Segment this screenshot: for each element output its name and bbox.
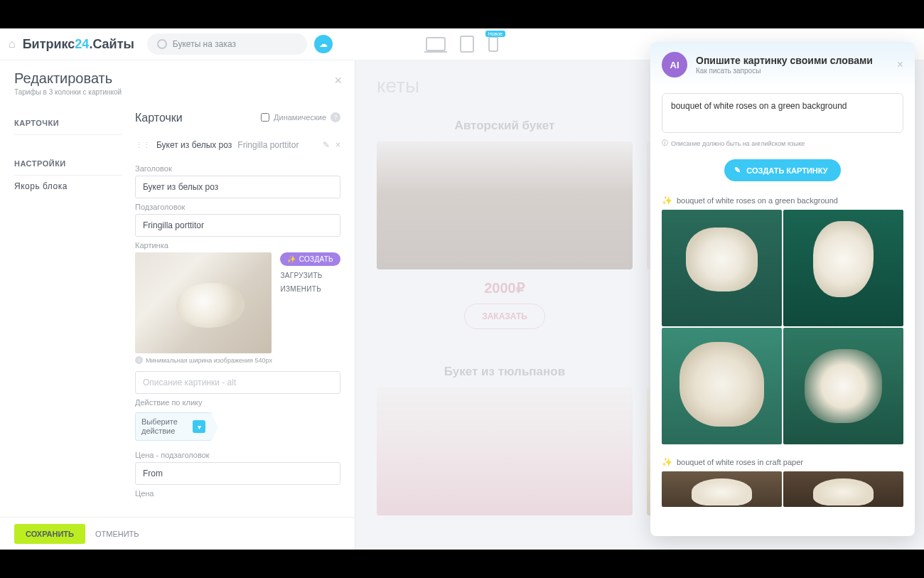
nav-settings[interactable]: НАСТРОЙКИ [14,152,122,176]
chevron-down-icon: ▾ [193,420,205,433]
card-image [377,141,633,269]
logo-prefix: Битрикс [23,37,75,51]
nav-cards[interactable]: КАРТОЧКИ [14,112,122,135]
phone-wrapper: Новое [488,36,498,52]
label-image: Картинка [135,241,340,250]
info-icon: ⓘ [662,139,668,148]
cloud-icon[interactable]: ☁ [314,35,333,53]
drag-icon[interactable]: ⋮⋮ [135,141,151,150]
search-bar[interactable]: Букеты на заказ [147,33,307,55]
form-title: Карточки [135,112,183,124]
pencil-icon: ✎ [734,166,741,175]
label-price-sub: Цена - подзаголовок [135,451,340,459]
image-hint: iМинимальная ширина изображения 540px [135,356,340,364]
ai-avatar-icon: AI [662,52,687,77]
input-alt[interactable] [135,371,340,394]
logo-suffix: .Сайты [89,37,134,51]
device-switcher: Новое [426,36,498,53]
result-label: ✨bouquet of white roses on a green backg… [662,196,903,205]
edit-footer: СОХРАНИТЬ ОТМЕНИТЬ [0,517,355,550]
change-button[interactable]: ИЗМЕНИТЬ [280,285,340,293]
edit-nav: КАРТОЧКИ НАСТРОЙКИ Якорь блока [0,102,122,517]
card-title: Букет из тюльпанов [377,365,633,379]
card-image [377,387,633,515]
label-action: Действие по клику [135,398,340,407]
card-title: Авторский букет [377,119,633,133]
edit-subtitle: Тарифы в 3 колонки с картинкой [14,88,340,96]
tablet-view-icon[interactable] [460,36,474,53]
edit-panel: Редактировать Тарифы в 3 колонки с карти… [0,60,355,550]
result-image[interactable] [783,210,903,326]
input-head[interactable] [135,176,340,198]
hint-icon: i [135,356,143,364]
edit-title: Редактировать [14,70,340,87]
info-icon[interactable]: ? [331,112,340,122]
search-text: Букеты на заказ [173,39,236,49]
card-item-row: ⋮⋮ Букет из белых роз Fringilla porttito… [135,136,340,160]
close-icon[interactable]: × [897,58,903,71]
result-label: ✨bouquet of white roses in craft paper [662,457,903,467]
action-select-text: Выберите действие [141,417,184,436]
preview-card: Букет из тюльпанов [377,365,633,515]
card-price: 2000₽ [377,279,633,296]
magic-icon: ✨ [662,457,672,467]
dynamic-toggle[interactable]: Динамические ? [261,112,340,122]
preview-card: Авторский букет 2000₽ ЗАКАЗАТЬ [377,119,633,329]
cancel-button[interactable]: ОТМЕНИТЬ [95,530,139,538]
new-badge: Новое [485,31,505,37]
create-image-button[interactable]: ✨ Создать [280,252,340,266]
ai-panel: AI Опишите картинку своими словами Как п… [650,42,915,536]
dynamic-checkbox[interactable] [261,113,269,122]
edit-icon[interactable]: ✎ [323,140,330,150]
search-icon [157,39,167,49]
app-logo[interactable]: Битрикс24.Сайты [23,37,134,52]
label-head: Заголовок [135,164,340,173]
phone-view-icon[interactable] [488,36,498,52]
form-area: Карточки Динамические ? ⋮⋮ Букет из белы… [122,102,355,517]
ai-help-link[interactable]: Как писать запросы [696,67,888,75]
ai-title: Опишите картинку своими словами [696,55,888,66]
input-subhead[interactable] [135,214,340,237]
action-select[interactable]: Выберите действие ▾ [135,412,212,441]
close-icon[interactable]: × [334,73,342,88]
save-button[interactable]: СОХРАНИТЬ [14,524,85,544]
home-icon[interactable]: ⌂ [9,38,16,50]
ai-header: AI Опишите картинку своими словами Как п… [650,42,915,87]
remove-icon[interactable]: × [335,140,340,150]
label-price: Цена [135,489,340,498]
upload-button[interactable]: ЗАГРУЗИТЬ [280,272,340,279]
edit-header: Редактировать Тарифы в 3 колонки с карти… [0,60,355,102]
input-price-sub[interactable] [135,462,340,485]
prompt-hint: ⓘОписание должно быть на английском язык… [662,139,903,148]
item-subtitle: Fringilla porttitor [237,140,299,150]
result-image[interactable] [662,471,782,507]
image-preview[interactable] [135,252,272,353]
desktop-view-icon[interactable] [426,37,446,51]
result-image[interactable] [783,471,903,507]
prompt-textarea[interactable]: bouquet of white roses on a green backgr… [662,93,903,133]
logo-num: 24 [75,37,89,51]
dynamic-label: Динамические [274,113,326,122]
nav-anchor[interactable]: Якорь блока [14,176,122,197]
item-title: Букет из белых роз [156,140,232,150]
magic-icon: ✨ [662,196,672,205]
result-image[interactable] [662,328,782,444]
result-image[interactable] [662,210,782,326]
result-image[interactable] [783,328,903,444]
order-button[interactable]: ЗАКАЗАТЬ [464,304,545,329]
generate-button[interactable]: ✎ СОЗДАТЬ КАРТИНКУ [724,159,840,181]
label-subhead: Подзаголовок [135,203,340,211]
